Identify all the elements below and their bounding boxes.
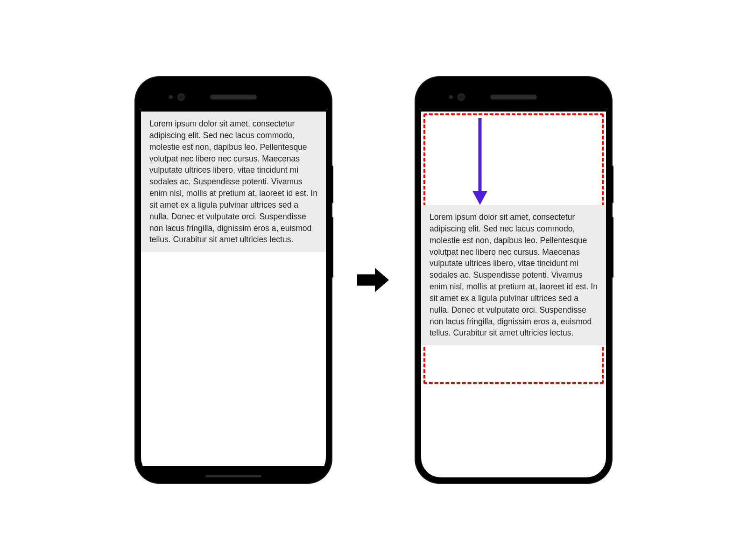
phone-inner: Lorem ipsum dolor sit amet, consectetur …: [141, 83, 326, 477]
volume-button: [331, 217, 333, 278]
speaker-icon: [490, 95, 537, 99]
sensor-dot-icon: [449, 95, 453, 99]
phone-bottom-bezel: [141, 466, 326, 477]
phone-inner: Lorem ipsum dolor sit amet, consectetur …: [421, 83, 606, 477]
phone-mockup-after: Lorem ipsum dolor sit amet, consectetur …: [416, 77, 612, 483]
bottom-speaker-icon: [205, 475, 261, 477]
content-text-block: Lorem ipsum dolor sit amet, consectetur …: [421, 205, 606, 345]
camera-cluster: [169, 93, 185, 101]
phone-top-bezel: [141, 83, 326, 112]
phone-screen-before: Lorem ipsum dolor sit amet, consectetur …: [141, 112, 326, 466]
power-button: [331, 166, 333, 203]
camera-cluster: [449, 93, 465, 101]
phone-top-bezel: [421, 83, 606, 112]
camera-dot-icon: [458, 93, 465, 101]
offset-content-wrapper: Lorem ipsum dolor sit amet, consectetur …: [421, 205, 606, 345]
volume-button: [612, 217, 613, 278]
sensor-dot-icon: [169, 95, 173, 99]
offset-arrow-down-icon: [472, 118, 488, 209]
transition-arrow-icon: [355, 266, 392, 294]
phone-screen-after: Lorem ipsum dolor sit amet, consectetur …: [421, 112, 606, 477]
camera-dot-icon: [177, 93, 185, 101]
content-text-block: Lorem ipsum dolor sit amet, consectetur …: [141, 112, 326, 252]
phone-mockup-before: Lorem ipsum dolor sit amet, consectetur …: [135, 77, 331, 483]
speaker-icon: [210, 95, 257, 99]
power-button: [612, 166, 613, 203]
